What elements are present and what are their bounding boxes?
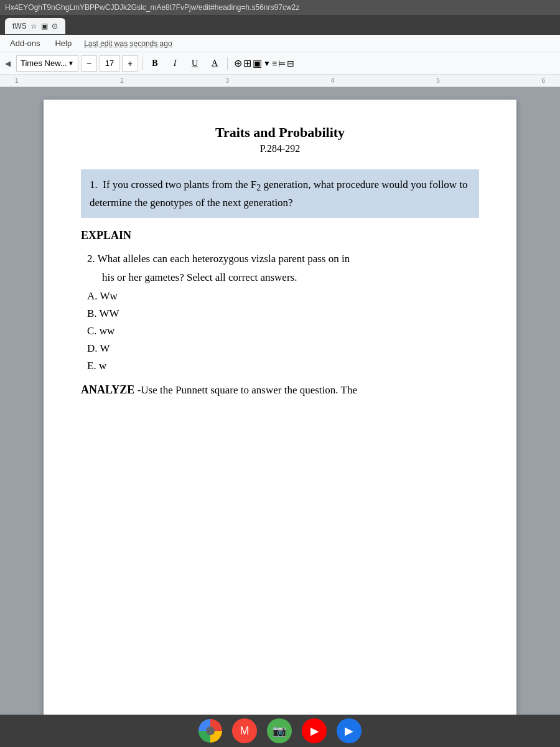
question-2-intro: 2. What alleles can each heterozygous vi… (87, 251, 479, 267)
analyze-label: ANALYZE (81, 383, 134, 396)
play-icon-symbol: ▶ (345, 724, 353, 738)
mail-taskbar-icon[interactable]: M (232, 718, 257, 743)
question-2-sub: his or her gametes? Select all correct a… (87, 270, 479, 286)
last-edit-status: Last edit was seconds ago (84, 39, 172, 48)
ruler-mark-6: 6 (541, 77, 545, 84)
youtube-taskbar-icon[interactable]: ▶ (302, 718, 327, 743)
option-a: A. Ww (81, 290, 479, 303)
option-b: B. WW (81, 308, 479, 320)
question-1-block: 1. If you crossed two plants from the F2… (81, 169, 479, 218)
link-icon[interactable]: ⊕ (234, 57, 242, 69)
italic-button[interactable]: I (166, 55, 184, 72)
address-bar[interactable]: Hx4EYOghT9nGhgLmYBPPwCJDJk2Gslc_mAe8t7Fv… (0, 0, 560, 15)
ruler-mark-2: 2 (120, 77, 124, 84)
indent-icon[interactable]: ⊨ (278, 59, 286, 68)
question-1-text: 1. If you crossed two plants from the F2… (90, 177, 470, 210)
chrome-taskbar-icon[interactable] (198, 719, 222, 743)
question-2-block: 2. What alleles can each heterozygous vi… (81, 251, 479, 285)
strikethrough-button[interactable]: A (206, 55, 223, 72)
font-selector[interactable]: Times New... ▼ (16, 55, 78, 72)
list-icon[interactable]: ⊟ (287, 59, 294, 68)
dropdown-icon[interactable]: ▼ (263, 59, 271, 68)
font-increase-btn[interactable]: + (122, 55, 138, 72)
ruler: 1 2 3 4 5 6 (0, 75, 560, 87)
youtube-icon-symbol: ▶ (310, 725, 318, 737)
tab-label: tWS (12, 22, 27, 31)
font-dropdown-icon: ▼ (68, 60, 74, 67)
font-decrease-btn[interactable]: − (81, 55, 97, 72)
font-name-label: Times New... (21, 59, 67, 68)
underline-button[interactable]: U (186, 55, 203, 72)
ruler-mark-4: 4 (331, 77, 335, 84)
section-explain-label: EXPLAIN (81, 229, 479, 242)
tab-history-icon: ▣ (41, 22, 48, 31)
url-text: Hx4EYOghT9nGhgLmYBPPwCJDJk2Gslc_mAe8t7Fv… (5, 3, 299, 12)
taskbar: M 📷 ▶ ▶ (0, 715, 560, 747)
font-size-value[interactable]: 17 (100, 55, 119, 72)
active-tab[interactable]: tWS ☆ ▣ ⊙ (5, 18, 65, 34)
document-title: Traits and Probability (81, 125, 479, 141)
bold-button[interactable]: B (146, 55, 164, 72)
tab-bar: tWS ☆ ▣ ⊙ (0, 15, 560, 35)
option-c: C. ww (81, 325, 479, 337)
photos-icon-symbol: 📷 (273, 724, 286, 738)
play-taskbar-icon[interactable]: ▶ (337, 718, 362, 743)
analyze-text: -Use the Punnett square to answer the qu… (134, 384, 357, 396)
document-area[interactable]: Traits and Probability P.284-292 1. If y… (0, 87, 560, 747)
photos-taskbar-icon[interactable]: 📷 (267, 718, 292, 743)
ruler-mark-1: 1 (15, 77, 19, 84)
tab-star-icon: ☆ (30, 22, 37, 31)
tab-account-icon: ⊙ (52, 22, 58, 31)
mail-icon-letter: M (240, 725, 250, 738)
menu-bar: Add-ons Help Last edit was seconds ago (0, 35, 560, 52)
formatting-toolbar: ◀ Times New... ▼ − 17 + B I U A ⊕ ⊞ ▣ ▼ … (0, 52, 560, 75)
separator-2 (227, 57, 228, 70)
align-icon[interactable]: ≡ (272, 59, 277, 68)
document-page[interactable]: Traits and Probability P.284-292 1. If y… (44, 100, 516, 735)
ruler-mark-5: 5 (436, 77, 440, 84)
menu-addons[interactable]: Add-ons (7, 37, 42, 49)
comment-icon[interactable]: ⊞ (243, 57, 251, 69)
image-icon[interactable]: ▣ (253, 57, 262, 69)
document-subtitle: P.284-292 (81, 143, 479, 154)
separator-1 (142, 57, 142, 70)
ruler-mark-3: 3 (226, 77, 230, 84)
option-e: E. w (81, 360, 479, 372)
analyze-section: ANALYZE -Use the Punnett square to answe… (81, 383, 479, 397)
toolbar-right-icons: ⊕ ⊞ ▣ ▼ ≡ ⊨ ⊟ (234, 57, 294, 69)
menu-help[interactable]: Help (52, 37, 74, 49)
option-d: D. W (81, 342, 479, 355)
toolbar-arrow: ◀ (5, 59, 12, 68)
